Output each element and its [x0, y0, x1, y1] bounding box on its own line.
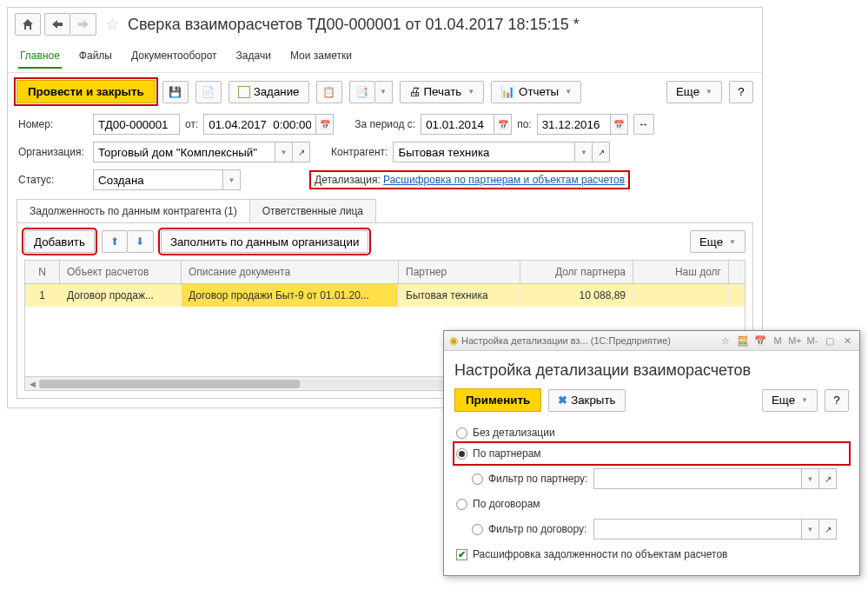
cell-partner: Бытовая техника — [399, 284, 520, 307]
number-label: Номер: — [18, 118, 88, 130]
calendar-icon[interactable]: 📅 — [753, 334, 767, 348]
apply-button[interactable]: Применить — [454, 388, 541, 412]
close-icon[interactable]: ✕ — [840, 334, 854, 348]
fav-icon[interactable]: ☆ — [719, 334, 732, 348]
cell-n: 1 — [25, 284, 60, 307]
col-partner[interactable]: Партнер — [399, 261, 520, 283]
mplus-icon[interactable]: M+ — [788, 334, 802, 348]
status-input[interactable] — [93, 169, 223, 190]
add-button[interactable]: Добавить — [24, 230, 95, 253]
submit-and-close-button[interactable]: Провести и закрыть — [17, 80, 156, 103]
more-button[interactable]: Еще▼ — [666, 81, 722, 103]
inner-tab-debt[interactable]: Задолженность по данным контрагента (1) — [17, 199, 250, 222]
close-button[interactable]: ✖Закрыть — [548, 389, 625, 412]
tab-tasks[interactable]: Задачи — [235, 44, 273, 69]
arrow-down-icon: ⬇ — [136, 235, 144, 248]
from-label: от: — [185, 118, 198, 130]
calc-icon[interactable]: 🧮 — [736, 334, 750, 348]
date-from-picker[interactable]: 📅 — [316, 114, 334, 135]
back-button[interactable] — [44, 13, 70, 36]
col-debt[interactable]: Долг партнера — [520, 261, 633, 283]
grid-more-button[interactable]: Еще▼ — [690, 230, 745, 253]
org-label: Организация: — [18, 146, 88, 158]
org-open[interactable]: ↗ — [293, 142, 310, 162]
contr-open[interactable]: ↗ — [593, 142, 610, 162]
detail-label: Детализация: — [315, 174, 381, 186]
col-our[interactable]: Наш долг — [633, 261, 729, 283]
submit-button[interactable]: 📄 — [195, 81, 222, 103]
period-to-label: по: — [517, 118, 532, 130]
cell-debt: 10 088,89 — [520, 284, 633, 307]
period-from-picker[interactable]: 📅 — [494, 114, 512, 135]
dialog-more-button[interactable]: Еще▼ — [762, 389, 818, 412]
dialog-title: Настройка детализации взаиморасчетов — [454, 361, 849, 380]
fill-by-org-button[interactable]: Заполнить по данным организации — [161, 230, 368, 253]
contr-dropdown[interactable]: ▼ — [575, 142, 593, 162]
save-button[interactable]: 💾 — [162, 81, 189, 103]
cell-our — [633, 284, 729, 307]
app-icon: ◉ — [449, 334, 458, 347]
swap-icon: ↔ — [639, 118, 649, 130]
period-to-picker[interactable]: 📅 — [611, 114, 628, 135]
printer-icon: 🖨 — [409, 85, 421, 98]
dialog-titlebar-text: Настройка детализации вз... (1С:Предприя… — [461, 335, 715, 346]
date-from-input[interactable] — [203, 114, 316, 135]
tab-main[interactable]: Главное — [18, 44, 62, 69]
x-icon: ✖ — [558, 394, 567, 407]
org-dropdown[interactable]: ▼ — [275, 142, 293, 162]
inner-tab-resp[interactable]: Ответственные лица — [249, 199, 376, 222]
tab-notes[interactable]: Мои заметки — [288, 44, 354, 69]
home-icon — [22, 18, 34, 30]
scroll-thumb[interactable] — [39, 380, 300, 388]
favorite-star-icon[interactable]: ☆ — [105, 15, 119, 34]
col-desc[interactable]: Описание документа — [182, 261, 399, 283]
status-label: Статус: — [18, 174, 88, 186]
create-task-button[interactable]: Задание — [229, 81, 309, 103]
contr-label: Контрагент: — [331, 146, 388, 158]
col-n[interactable]: N — [25, 261, 60, 283]
window-title: Сверка взаиморасчетов ТД00-000001 от 01.… — [128, 16, 580, 34]
print-button[interactable]: 🖨Печать▼ — [400, 81, 485, 103]
col-obj[interactable]: Объект расчетов — [60, 261, 182, 283]
tab-docflow[interactable]: Документооборот — [129, 44, 219, 69]
reports-button[interactable]: 📊Отчеты▼ — [491, 81, 581, 103]
submit-icon: 📄 — [202, 86, 215, 98]
basis-icon: 📑 — [355, 86, 368, 98]
period-label: За период с: — [354, 118, 415, 130]
cell-obj: Договор продаж... — [60, 284, 182, 307]
arrow-left-icon — [52, 20, 63, 29]
period-to-input[interactable] — [537, 114, 611, 135]
period-from-input[interactable] — [421, 114, 494, 135]
table-row[interactable]: 1 Договор продаж... Договор продажи Быт-… — [25, 284, 745, 307]
detail-link[interactable]: Расшифровка по партнерам и объектам расч… — [383, 174, 625, 186]
number-input[interactable] — [93, 114, 180, 135]
chart-icon: 📊 — [500, 85, 515, 98]
detail-highlight: Детализация: Расшифровка по партнерам и … — [312, 173, 627, 187]
minimize-icon[interactable]: ▢ — [823, 334, 837, 348]
help-button[interactable]: ? — [729, 81, 753, 103]
swap-button[interactable]: ↔ — [633, 114, 654, 135]
task-icon — [238, 86, 250, 98]
basis-dropdown[interactable]: ▼ — [375, 81, 393, 103]
status-dropdown[interactable]: ▼ — [223, 169, 241, 190]
arrow-right-icon — [78, 20, 89, 29]
org-input[interactable] — [93, 142, 275, 162]
detail-settings-dialog: ◉ Настройка детализации вз... (1С:Предпр… — [443, 330, 860, 415]
arrow-up-icon: ⬆ — [110, 235, 119, 248]
move-up-button[interactable]: ⬆ — [102, 230, 128, 253]
contr-input[interactable] — [393, 142, 575, 162]
move-down-button[interactable]: ⬇ — [128, 230, 154, 253]
scroll-left-icon[interactable]: ◀ — [25, 377, 39, 390]
save-icon: 💾 — [169, 86, 182, 98]
m-icon[interactable]: M — [771, 334, 785, 348]
pin-button[interactable]: 📋 — [316, 81, 342, 103]
cell-desc: Договор продажи Быт-9 от 01.01.20... — [182, 284, 399, 307]
dialog-help-button[interactable]: ? — [825, 389, 849, 412]
forward-button[interactable] — [70, 13, 96, 36]
pin-icon: 📋 — [322, 86, 335, 98]
home-button[interactable] — [15, 13, 41, 36]
mminus-icon[interactable]: M- — [805, 334, 819, 348]
basis-button[interactable]: 📑 — [349, 81, 375, 103]
tab-files[interactable]: Файлы — [77, 44, 114, 69]
